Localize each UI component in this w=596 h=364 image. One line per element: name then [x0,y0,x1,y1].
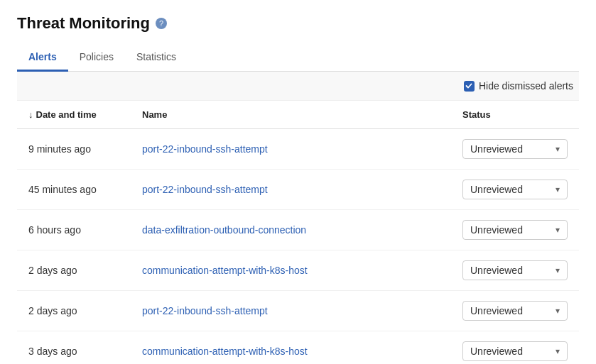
status-value: Unreviewed [470,184,523,195]
table-row: 2 days agocommunication-attempt-with-k8s… [17,250,579,291]
column-header-status: Status [451,101,579,129]
cell-datetime: 45 minutes ago [17,170,131,210]
alert-name-link[interactable]: data-exfiltration-outbound-connection [142,224,306,236]
status-dropdown[interactable]: Unreviewed▾ [462,180,568,199]
chevron-down-icon: ▾ [556,144,560,154]
table-header-row: ↓Date and time Name Status [17,101,579,129]
alert-name-link[interactable]: port-22-inbound-ssh-attempt [142,305,268,316]
tab-policies[interactable]: Policies [68,44,125,72]
hide-dismissed-label: Hide dismissed alerts [479,80,573,92]
status-value: Unreviewed [470,224,523,236]
cell-status: Unreviewed▾ [451,250,579,291]
cell-name: data-exfiltration-outbound-connection [131,210,451,250]
page-header: Threat Monitoring ? [17,14,579,33]
table-row: 45 minutes agoport-22-inbound-ssh-attemp… [17,170,579,210]
status-value: Unreviewed [470,305,523,316]
alerts-table: ↓Date and time Name Status 9 minutes ago… [17,101,579,364]
cell-datetime: 6 hours ago [17,210,131,250]
cell-name: port-22-inbound-ssh-attempt [131,129,451,170]
table-row: 6 hours agodata-exfiltration-outbound-co… [17,210,579,250]
column-header-name: Name [131,101,451,129]
chevron-down-icon: ▾ [556,265,560,275]
help-icon[interactable]: ? [156,18,167,29]
tab-alerts[interactable]: Alerts [17,44,68,72]
alert-name-link[interactable]: communication-attempt-with-k8s-host [142,265,308,276]
toolbar: Hide dismissed alerts [17,72,579,101]
cell-name: port-22-inbound-ssh-attempt [131,170,451,210]
cell-name: communication-attempt-with-k8s-host [131,250,451,291]
cell-status: Unreviewed▾ [451,331,579,365]
alert-name-link[interactable]: port-22-inbound-ssh-attempt [142,184,268,195]
status-value: Unreviewed [470,265,523,276]
tabs-nav: Alerts Policies Statistics [17,44,579,72]
chevron-down-icon: ▾ [556,346,560,356]
cell-status: Unreviewed▾ [451,129,579,170]
chevron-down-icon: ▾ [556,225,560,235]
sort-arrow-icon: ↓ [28,109,33,120]
cell-status: Unreviewed▾ [451,210,579,250]
chevron-down-icon: ▾ [556,184,560,194]
cell-datetime: 2 days ago [17,291,131,331]
chevron-down-icon: ▾ [556,306,560,316]
hide-dismissed-checkbox-label[interactable]: Hide dismissed alerts [464,80,573,92]
tab-statistics[interactable]: Statistics [125,44,188,72]
cell-datetime: 3 days ago [17,331,131,365]
hide-dismissed-checkbox[interactable] [464,81,475,92]
cell-status: Unreviewed▾ [451,170,579,210]
status-dropdown[interactable]: Unreviewed▾ [462,341,568,361]
column-header-datetime[interactable]: ↓Date and time [17,101,131,129]
cell-datetime: 9 minutes ago [17,129,131,170]
status-dropdown[interactable]: Unreviewed▾ [462,139,568,159]
status-value: Unreviewed [470,346,523,357]
status-dropdown[interactable]: Unreviewed▾ [462,301,568,321]
alert-name-link[interactable]: communication-attempt-with-k8s-host [142,346,308,357]
cell-name: port-22-inbound-ssh-attempt [131,291,451,331]
status-dropdown[interactable]: Unreviewed▾ [462,220,568,240]
cell-status: Unreviewed▾ [451,291,579,331]
table-row: 9 minutes agoport-22-inbound-ssh-attempt… [17,129,579,170]
table-row: 3 days agocommunication-attempt-with-k8s… [17,331,579,365]
status-value: Unreviewed [470,143,523,155]
table-row: 2 days agoport-22-inbound-ssh-attemptUnr… [17,291,579,331]
status-dropdown[interactable]: Unreviewed▾ [462,260,568,280]
cell-name: communication-attempt-with-k8s-host [131,331,451,365]
cell-datetime: 2 days ago [17,250,131,291]
page-title: Threat Monitoring [17,14,150,33]
alert-name-link[interactable]: port-22-inbound-ssh-attempt [142,143,268,155]
